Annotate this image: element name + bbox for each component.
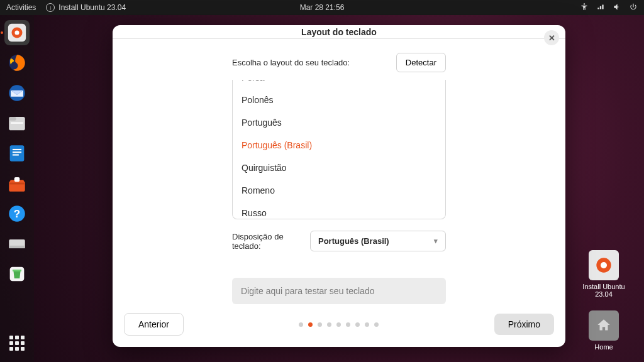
svg-rect-9 <box>10 145 25 162</box>
step-dot <box>374 322 379 327</box>
layout-variant-select[interactable]: Português (Brasil) ▾ <box>310 231 446 251</box>
close-icon: ✕ <box>548 33 555 43</box>
svg-rect-13 <box>14 177 20 182</box>
network-icon[interactable] <box>596 3 605 13</box>
content-area: Escolha o layout do seu teclado: Detecta… <box>113 39 565 304</box>
download-icon: ↓ <box>46 3 55 12</box>
dock-drive[interactable] <box>4 231 30 256</box>
footer: Anterior Próximo <box>113 304 565 347</box>
desktop-install-label-1: Install Ubuntu <box>581 283 626 290</box>
desktop-home[interactable]: Home <box>581 310 626 351</box>
apps-grid-icon <box>9 336 25 351</box>
step-dot <box>299 322 303 327</box>
svg-rect-10 <box>13 149 21 150</box>
desktop-home-label: Home <box>581 343 626 351</box>
svg-rect-11 <box>13 151 21 153</box>
step-dots <box>299 322 379 327</box>
activities-button[interactable]: Activities <box>6 3 36 12</box>
step-dot <box>318 322 322 327</box>
dock: ? <box>0 15 34 362</box>
svg-text:?: ? <box>14 208 20 220</box>
svg-point-0 <box>584 3 585 4</box>
svg-rect-12 <box>13 154 19 155</box>
accessibility-icon[interactable] <box>580 3 589 13</box>
dock-firefox[interactable] <box>4 50 30 75</box>
dock-show-apps[interactable] <box>4 331 30 356</box>
svg-rect-7 <box>9 117 16 121</box>
svg-rect-14 <box>9 183 25 185</box>
dock-writer[interactable] <box>4 141 30 166</box>
dock-files[interactable] <box>4 111 30 136</box>
step-dot <box>336 322 341 327</box>
desktop-install-label-2: 23.04 <box>581 290 626 298</box>
svg-point-22 <box>601 262 607 268</box>
list-item[interactable]: Polonês <box>233 89 445 111</box>
dock-thunderbird[interactable] <box>4 80 30 106</box>
close-button[interactable]: ✕ <box>544 30 559 45</box>
clock[interactable]: Mar 28 21:56 <box>300 3 345 12</box>
svg-rect-20 <box>13 270 21 272</box>
previous-button[interactable]: Anterior <box>124 313 184 336</box>
keyboard-layout-list[interactable]: Persa Polonês Português Português (Brasi… <box>232 80 446 219</box>
list-item[interactable]: Quirguistão <box>233 156 445 179</box>
layout-variant-label: Disposição de teclado: <box>232 232 310 251</box>
choose-layout-label: Escolha o layout do seu teclado: <box>232 58 350 67</box>
dock-installer[interactable] <box>4 20 30 45</box>
keyboard-test-input[interactable] <box>232 278 446 304</box>
dock-trash[interactable] <box>4 261 30 287</box>
app-indicator[interactable]: ↓ Install Ubuntu 23.04 <box>46 3 126 12</box>
app-indicator-label: Install Ubuntu 23.04 <box>58 3 126 12</box>
installer-window: Layout do teclado ✕ Escolha o layout do … <box>113 25 565 347</box>
chevron-down-icon: ▾ <box>434 237 438 245</box>
list-item[interactable]: Persa <box>233 80 445 89</box>
detect-button[interactable]: Detectar <box>396 53 446 72</box>
svg-rect-18 <box>9 246 25 248</box>
next-button[interactable]: Próximo <box>494 314 554 335</box>
step-dot <box>365 322 369 327</box>
step-dot <box>355 322 360 327</box>
dock-software[interactable] <box>4 171 30 196</box>
desktop-install-ubuntu[interactable]: Install Ubuntu 23.04 <box>581 250 626 298</box>
volume-icon[interactable] <box>613 3 621 13</box>
titlebar: Layout do teclado ✕ <box>113 25 565 39</box>
list-item-selected[interactable]: Português (Brasil) <box>233 134 445 156</box>
list-item[interactable]: Português <box>233 111 445 134</box>
svg-rect-8 <box>11 123 23 124</box>
layout-variant-value: Português (Brasil) <box>318 236 389 246</box>
dock-help[interactable]: ? <box>4 201 30 226</box>
top-panel: Activities ↓ Install Ubuntu 23.04 Mar 28… <box>0 0 644 15</box>
step-dot <box>327 322 331 327</box>
svg-point-3 <box>14 30 19 35</box>
step-dot-active <box>308 322 313 327</box>
list-item[interactable]: Russo <box>233 202 445 219</box>
step-dot <box>346 322 350 327</box>
list-item[interactable]: Romeno <box>233 179 445 202</box>
window-title: Layout do teclado <box>301 27 377 37</box>
power-icon[interactable] <box>629 3 638 13</box>
